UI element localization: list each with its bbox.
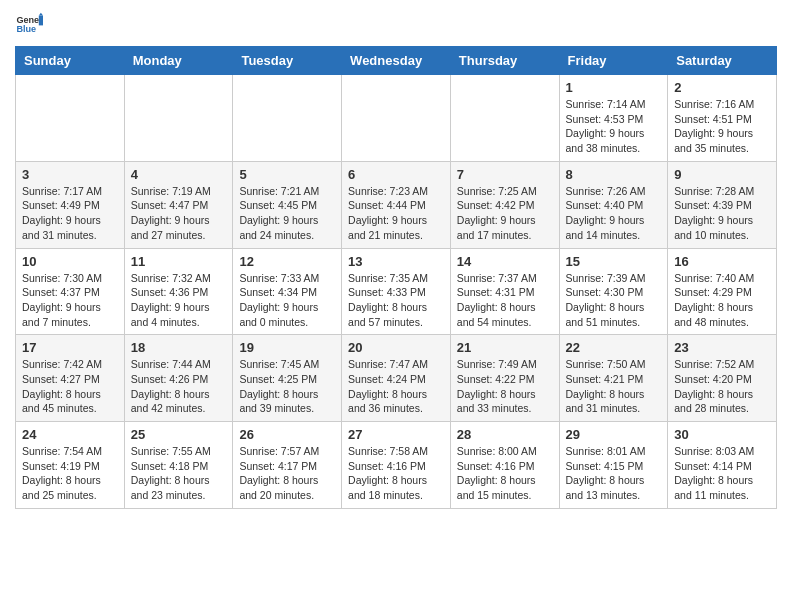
day-number: 20 [348,340,444,355]
calendar-cell: 11Sunrise: 7:32 AM Sunset: 4:36 PM Dayli… [124,248,233,335]
calendar-cell [450,75,559,162]
day-number: 23 [674,340,770,355]
calendar-week-3: 10Sunrise: 7:30 AM Sunset: 4:37 PM Dayli… [16,248,777,335]
day-info: Sunrise: 7:26 AM Sunset: 4:40 PM Dayligh… [566,184,662,243]
day-info: Sunrise: 7:44 AM Sunset: 4:26 PM Dayligh… [131,357,227,416]
day-info: Sunrise: 7:54 AM Sunset: 4:19 PM Dayligh… [22,444,118,503]
day-number: 29 [566,427,662,442]
day-info: Sunrise: 7:14 AM Sunset: 4:53 PM Dayligh… [566,97,662,156]
day-info: Sunrise: 7:25 AM Sunset: 4:42 PM Dayligh… [457,184,553,243]
calendar-cell: 6Sunrise: 7:23 AM Sunset: 4:44 PM Daylig… [342,161,451,248]
day-info: Sunrise: 7:47 AM Sunset: 4:24 PM Dayligh… [348,357,444,416]
header-saturday: Saturday [668,47,777,75]
calendar-table: SundayMondayTuesdayWednesdayThursdayFrid… [15,46,777,509]
day-number: 19 [239,340,335,355]
calendar-cell: 23Sunrise: 7:52 AM Sunset: 4:20 PM Dayli… [668,335,777,422]
calendar-cell: 27Sunrise: 7:58 AM Sunset: 4:16 PM Dayli… [342,422,451,509]
calendar-cell: 10Sunrise: 7:30 AM Sunset: 4:37 PM Dayli… [16,248,125,335]
header-wednesday: Wednesday [342,47,451,75]
day-number: 27 [348,427,444,442]
day-info: Sunrise: 7:28 AM Sunset: 4:39 PM Dayligh… [674,184,770,243]
day-info: Sunrise: 7:21 AM Sunset: 4:45 PM Dayligh… [239,184,335,243]
calendar-cell [124,75,233,162]
calendar-cell: 28Sunrise: 8:00 AM Sunset: 4:16 PM Dayli… [450,422,559,509]
calendar-cell: 1Sunrise: 7:14 AM Sunset: 4:53 PM Daylig… [559,75,668,162]
day-info: Sunrise: 7:16 AM Sunset: 4:51 PM Dayligh… [674,97,770,156]
calendar-cell: 26Sunrise: 7:57 AM Sunset: 4:17 PM Dayli… [233,422,342,509]
calendar-cell: 24Sunrise: 7:54 AM Sunset: 4:19 PM Dayli… [16,422,125,509]
day-number: 1 [566,80,662,95]
day-info: Sunrise: 7:58 AM Sunset: 4:16 PM Dayligh… [348,444,444,503]
day-info: Sunrise: 8:01 AM Sunset: 4:15 PM Dayligh… [566,444,662,503]
day-info: Sunrise: 7:52 AM Sunset: 4:20 PM Dayligh… [674,357,770,416]
calendar-cell: 7Sunrise: 7:25 AM Sunset: 4:42 PM Daylig… [450,161,559,248]
day-number: 18 [131,340,227,355]
day-info: Sunrise: 7:19 AM Sunset: 4:47 PM Dayligh… [131,184,227,243]
day-number: 9 [674,167,770,182]
header-friday: Friday [559,47,668,75]
calendar-cell [16,75,125,162]
day-info: Sunrise: 7:35 AM Sunset: 4:33 PM Dayligh… [348,271,444,330]
day-number: 13 [348,254,444,269]
calendar-week-2: 3Sunrise: 7:17 AM Sunset: 4:49 PM Daylig… [16,161,777,248]
calendar-cell: 20Sunrise: 7:47 AM Sunset: 4:24 PM Dayli… [342,335,451,422]
day-info: Sunrise: 7:42 AM Sunset: 4:27 PM Dayligh… [22,357,118,416]
day-info: Sunrise: 7:49 AM Sunset: 4:22 PM Dayligh… [457,357,553,416]
logo-icon: General Blue [15,10,43,38]
calendar-cell: 9Sunrise: 7:28 AM Sunset: 4:39 PM Daylig… [668,161,777,248]
day-info: Sunrise: 7:40 AM Sunset: 4:29 PM Dayligh… [674,271,770,330]
header-sunday: Sunday [16,47,125,75]
calendar-week-4: 17Sunrise: 7:42 AM Sunset: 4:27 PM Dayli… [16,335,777,422]
day-number: 11 [131,254,227,269]
header-tuesday: Tuesday [233,47,342,75]
calendar-header-row: SundayMondayTuesdayWednesdayThursdayFrid… [16,47,777,75]
calendar-cell: 18Sunrise: 7:44 AM Sunset: 4:26 PM Dayli… [124,335,233,422]
day-info: Sunrise: 7:39 AM Sunset: 4:30 PM Dayligh… [566,271,662,330]
day-number: 15 [566,254,662,269]
calendar-cell: 8Sunrise: 7:26 AM Sunset: 4:40 PM Daylig… [559,161,668,248]
day-number: 3 [22,167,118,182]
calendar-cell: 22Sunrise: 7:50 AM Sunset: 4:21 PM Dayli… [559,335,668,422]
day-number: 2 [674,80,770,95]
calendar-cell: 21Sunrise: 7:49 AM Sunset: 4:22 PM Dayli… [450,335,559,422]
calendar-cell: 13Sunrise: 7:35 AM Sunset: 4:33 PM Dayli… [342,248,451,335]
day-number: 25 [131,427,227,442]
day-number: 14 [457,254,553,269]
calendar-cell: 25Sunrise: 7:55 AM Sunset: 4:18 PM Dayli… [124,422,233,509]
day-number: 28 [457,427,553,442]
day-number: 7 [457,167,553,182]
calendar-week-1: 1Sunrise: 7:14 AM Sunset: 4:53 PM Daylig… [16,75,777,162]
day-number: 21 [457,340,553,355]
svg-text:Blue: Blue [16,24,36,34]
day-info: Sunrise: 7:30 AM Sunset: 4:37 PM Dayligh… [22,271,118,330]
day-number: 10 [22,254,118,269]
calendar-cell: 2Sunrise: 7:16 AM Sunset: 4:51 PM Daylig… [668,75,777,162]
day-info: Sunrise: 7:23 AM Sunset: 4:44 PM Dayligh… [348,184,444,243]
day-number: 12 [239,254,335,269]
calendar-cell: 15Sunrise: 7:39 AM Sunset: 4:30 PM Dayli… [559,248,668,335]
page-header: General Blue [15,10,777,38]
day-info: Sunrise: 7:32 AM Sunset: 4:36 PM Dayligh… [131,271,227,330]
day-info: Sunrise: 7:17 AM Sunset: 4:49 PM Dayligh… [22,184,118,243]
header-monday: Monday [124,47,233,75]
day-info: Sunrise: 7:57 AM Sunset: 4:17 PM Dayligh… [239,444,335,503]
day-number: 17 [22,340,118,355]
day-number: 5 [239,167,335,182]
day-info: Sunrise: 8:00 AM Sunset: 4:16 PM Dayligh… [457,444,553,503]
logo: General Blue [15,10,47,38]
calendar-cell: 17Sunrise: 7:42 AM Sunset: 4:27 PM Dayli… [16,335,125,422]
calendar-cell: 3Sunrise: 7:17 AM Sunset: 4:49 PM Daylig… [16,161,125,248]
calendar-cell [233,75,342,162]
calendar-cell: 5Sunrise: 7:21 AM Sunset: 4:45 PM Daylig… [233,161,342,248]
day-number: 4 [131,167,227,182]
calendar-week-5: 24Sunrise: 7:54 AM Sunset: 4:19 PM Dayli… [16,422,777,509]
calendar-cell: 16Sunrise: 7:40 AM Sunset: 4:29 PM Dayli… [668,248,777,335]
day-number: 24 [22,427,118,442]
day-number: 8 [566,167,662,182]
calendar-cell: 29Sunrise: 8:01 AM Sunset: 4:15 PM Dayli… [559,422,668,509]
day-number: 22 [566,340,662,355]
day-number: 30 [674,427,770,442]
day-info: Sunrise: 7:55 AM Sunset: 4:18 PM Dayligh… [131,444,227,503]
header-thursday: Thursday [450,47,559,75]
svg-marker-2 [39,16,43,26]
